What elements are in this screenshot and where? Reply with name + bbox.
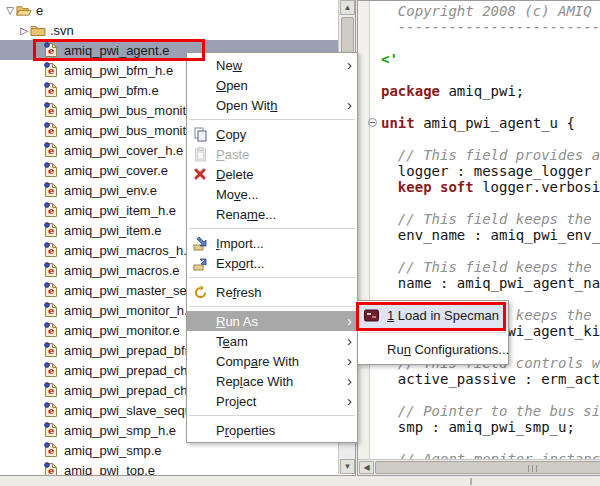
icon-spacer <box>193 206 210 222</box>
menu-item-compare-with[interactable]: Compare With› <box>187 351 357 371</box>
menu-item-properties[interactable]: Properties <box>187 420 357 440</box>
icon-spacer <box>193 97 210 113</box>
menu-item-label: Replace With <box>216 374 340 389</box>
tree-item-label: amiq_pwi_macros.e <box>64 263 180 278</box>
folder-icon <box>30 22 46 38</box>
submenu-arrow-icon: › <box>340 354 352 368</box>
code-text: amiq_pwi; <box>440 83 524 99</box>
eclipse-window: ▽e▷.svneamiq_pwi_agent.eeamiq_pwi_bfm_h.… <box>0 0 600 486</box>
tree-row-svn[interactable]: ▷.svn <box>0 20 338 40</box>
e-file-icon: e <box>44 162 60 178</box>
menu-item-delete[interactable]: Delete <box>187 164 357 184</box>
run-as-submenu: 1 Load in SpecmanRun Configurations... <box>357 300 509 365</box>
e-file-icon: e <box>44 262 60 278</box>
menu-item-move[interactable]: Move... <box>187 184 357 204</box>
tree-item-label: amiq_pwi_macros_h.e <box>64 243 194 258</box>
e-file-icon: e <box>44 282 60 298</box>
menu-item-label: Open With <box>216 98 340 113</box>
code-area[interactable]: Copyright 2008 (c) AMIQ ----------------… <box>381 3 600 476</box>
icon-spacer <box>193 422 210 438</box>
code-keyword: unit <box>381 115 415 131</box>
editor-panel[interactable]: Copyright 2008 (c) AMIQ ----------------… <box>357 0 600 476</box>
menu-item-import[interactable]: Import... <box>187 233 357 253</box>
tree-item-label: amiq_pwi_monitor_h.e <box>64 303 195 318</box>
e-file-icon: e <box>44 462 60 476</box>
code-text: name : amiq_pwi_agent_nam <box>381 275 600 291</box>
icon-spacer <box>193 186 210 202</box>
tree-row-amiq-pwi-top-e[interactable]: eamiq_pwi_top.e <box>0 460 338 476</box>
menu-item-rename[interactable]: Rename... <box>187 204 357 224</box>
code-line <box>381 35 600 51</box>
menu-item-export[interactable]: Export... <box>187 253 357 273</box>
e-file-icon: e <box>44 342 60 358</box>
editor-scrollbar-thumb[interactable] <box>375 461 600 474</box>
tree-item-label: amiq_pwi_cover.e <box>64 163 168 178</box>
e-file-icon: e <box>44 222 60 238</box>
menu-item-paste: Paste <box>187 144 357 164</box>
menu-item-label: 1 Load in Specman <box>387 308 499 323</box>
folder-open-icon <box>16 2 32 18</box>
menu-item-open-with[interactable]: Open With› <box>187 95 357 115</box>
menu-item-open[interactable]: Open <box>187 75 357 95</box>
scroll-down-button[interactable]: ▼ <box>340 459 355 474</box>
tree-item-label: amiq_pwi_agent.e <box>64 43 170 58</box>
context-menu: New›OpenOpen With›CopyPasteDeleteMove...… <box>186 52 358 443</box>
tree-row-amiq-pwi-smp-e[interactable]: eamiq_pwi_smp.e <box>0 440 338 460</box>
menu-item-refresh[interactable]: Refresh <box>187 282 357 302</box>
menu-separator <box>187 302 357 311</box>
code-line: name : amiq_pwi_agent_nam <box>381 275 600 291</box>
tree-item-label: e <box>36 3 43 18</box>
code-line <box>381 195 600 211</box>
expander-collapsed-icon[interactable]: ▷ <box>18 25 30 36</box>
menu-item-run-configurations[interactable]: Run Configurations... <box>358 337 508 362</box>
code-keyword: keep soft <box>398 179 474 195</box>
scroll-up-button[interactable]: ▲ <box>340 0 355 15</box>
menu-item-label: Open <box>216 78 340 93</box>
icon-spacer <box>364 342 381 358</box>
tree-item-label: amiq_pwi_bfm_h.e <box>64 63 173 78</box>
menu-item-new[interactable]: New› <box>187 55 357 75</box>
menu-item-label: Properties <box>216 423 340 438</box>
scroll-left-button[interactable]: ◀ <box>359 461 374 474</box>
editor-horizontal-scrollbar[interactable]: ◀ <box>358 459 600 475</box>
e-file-icon: e <box>44 142 60 158</box>
tree-row-e[interactable]: ▽e <box>0 0 338 20</box>
code-comment: // This field provides a <box>381 147 600 163</box>
code-line <box>381 67 600 83</box>
fold-collapse-icon[interactable] <box>368 118 377 127</box>
menu-item-label: Copy <box>216 127 340 142</box>
thumb-grip <box>532 465 533 472</box>
menu-item-replace-with[interactable]: Replace With› <box>187 371 357 391</box>
code-line: Copyright 2008 (c) AMIQ <box>381 3 600 19</box>
code-comment: Copyright 2008 (c) AMIQ <box>381 3 592 19</box>
e-file-icon: e <box>44 422 60 438</box>
menu-item-copy[interactable]: Copy <box>187 124 357 144</box>
submenu-arrow-icon: › <box>340 314 352 328</box>
menu-item-label: Delete <box>216 167 340 182</box>
e-file-icon: e <box>44 62 60 78</box>
refresh-icon <box>193 284 210 300</box>
e-file-icon: e <box>44 302 60 318</box>
menu-item-label: New <box>216 58 340 73</box>
tree-item-label: amiq_pwi_env.e <box>64 183 157 198</box>
submenu-arrow-icon: › <box>340 98 352 112</box>
icon-spacer <box>193 313 210 329</box>
sash-handle[interactable] <box>470 478 472 485</box>
e-file-icon: e <box>44 442 60 458</box>
code-line: env_name : amiq_pwi_env_n <box>381 227 600 243</box>
expander-expanded-icon[interactable]: ▽ <box>4 5 16 16</box>
icon-spacer <box>193 77 210 93</box>
menu-item-1-load-in-specman[interactable]: 1 Load in Specman <box>358 303 508 328</box>
menu-item-label: Run Configurations... <box>387 342 509 357</box>
code-line: keep soft logger.verbosity <box>381 179 600 195</box>
menu-item-project[interactable]: Project› <box>187 391 357 411</box>
menu-item-run-as[interactable]: Run As› <box>187 311 357 331</box>
menu-item-team[interactable]: Team› <box>187 331 357 351</box>
menu-separator <box>187 115 357 124</box>
icon-spacer <box>193 373 210 389</box>
menu-item-label: Import... <box>216 236 340 251</box>
e-file-icon: e <box>44 362 60 378</box>
icon-spacer <box>193 333 210 349</box>
menu-separator <box>358 328 508 337</box>
tree-item-label: .svn <box>50 23 74 38</box>
